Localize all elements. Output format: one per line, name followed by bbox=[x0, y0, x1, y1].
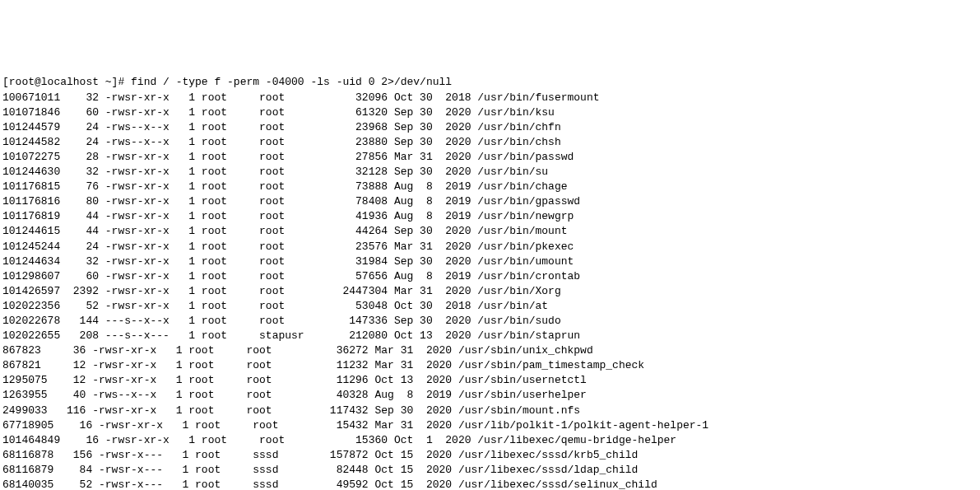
output-row: 68140035 52 -rwsr-x--- 1 root sssd 49592… bbox=[2, 478, 978, 490]
output-row: 101244582 24 -rws--x--x 1 root root 2388… bbox=[2, 135, 978, 150]
output-row: 101176819 44 -rwsr-xr-x 1 root root 4193… bbox=[2, 209, 978, 224]
output-row: 867821 12 -rwsr-xr-x 1 root root 11232 M… bbox=[2, 358, 978, 373]
output-row: 101244579 24 -rws--x--x 1 root root 2396… bbox=[2, 120, 978, 135]
output-row: 101072275 28 -rwsr-xr-x 1 root root 2785… bbox=[2, 150, 978, 165]
output-row: 100671011 32 -rwsr-xr-x 1 root root 3209… bbox=[2, 91, 978, 105]
terminal-output[interactable]: [root@localhost ~]# find / -type f -perm… bbox=[0, 74, 980, 490]
output-row: 101244615 44 -rwsr-xr-x 1 root root 4426… bbox=[2, 224, 978, 239]
output-row: 68116878 156 -rwsr-x--- 1 root sssd 1578… bbox=[2, 448, 978, 463]
output-row: 1295075 12 -rwsr-xr-x 1 root root 11296 … bbox=[2, 373, 978, 388]
output-row: 101245244 24 -rwsr-xr-x 1 root root 2357… bbox=[2, 240, 978, 254]
output-row: 101244634 32 -rwsr-xr-x 1 root root 3198… bbox=[2, 254, 978, 269]
command-line: [root@localhost ~]# find / -type f -perm… bbox=[2, 75, 978, 90]
output-row: 101464849 16 -rwsr-xr-x 1 root root 1536… bbox=[2, 433, 978, 448]
command-text: find / -type f -perm -04000 -ls -uid 0 2… bbox=[131, 76, 452, 88]
output-row: 101244630 32 -rwsr-xr-x 1 root root 3212… bbox=[2, 165, 978, 180]
output-row: 1263955 40 -rws--x--x 1 root root 40328 … bbox=[2, 388, 978, 403]
output-row: 867823 36 -rwsr-xr-x 1 root root 36272 M… bbox=[2, 343, 978, 358]
shell-prompt: [root@localhost ~]# bbox=[2, 76, 131, 88]
output-row: 102022356 52 -rwsr-xr-x 1 root root 5304… bbox=[2, 299, 978, 314]
output-row: 102022678 144 ---s--x--x 1 root root 147… bbox=[2, 314, 978, 329]
output-row: 68116879 84 -rwsr-x--- 1 root sssd 82448… bbox=[2, 463, 978, 478]
output-row: 2499033 116 -rwsr-xr-x 1 root root 11743… bbox=[2, 404, 978, 418]
output-row: 102022655 208 ---s--x--- 1 root stapusr … bbox=[2, 329, 978, 343]
output-row: 101176816 80 -rwsr-xr-x 1 root root 7840… bbox=[2, 194, 978, 209]
output-row: 101426597 2392 -rwsr-xr-x 1 root root 24… bbox=[2, 284, 978, 299]
output-row: 101298607 60 -rwsr-xr-x 1 root root 5765… bbox=[2, 269, 978, 284]
output-row: 101071846 60 -rwsr-xr-x 1 root root 6132… bbox=[2, 105, 978, 120]
output-row: 101176815 76 -rwsr-xr-x 1 root root 7388… bbox=[2, 180, 978, 194]
output-row: 67718905 16 -rwsr-xr-x 1 root root 15432… bbox=[2, 418, 978, 433]
